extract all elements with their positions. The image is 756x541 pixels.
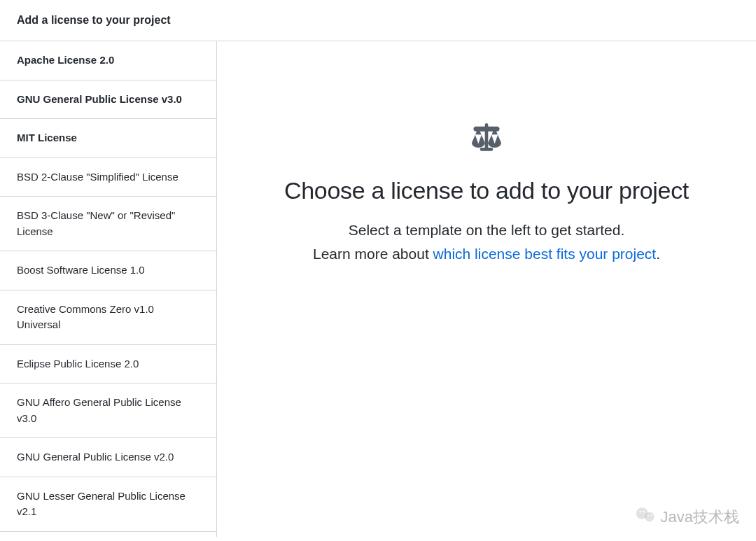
header: Add a license to your project	[0, 0, 756, 41]
sidebar-item-license[interactable]: BSD 2-Clause "Simplified" License	[0, 158, 216, 197]
content-wrapper: Apache License 2.0GNU General Public Lic…	[0, 41, 756, 537]
page-title: Add a license to your project	[17, 14, 739, 27]
sidebar-item-label: MIT License	[17, 132, 77, 143]
balance-scale-icon	[464, 118, 509, 160]
sidebar-item-label: Apache License 2.0	[17, 54, 114, 66]
subtext-line-1: Select a template on the left to get sta…	[313, 218, 660, 242]
sidebar-item-label: GNU General Public License v3.0	[17, 93, 182, 105]
sidebar-item-label: BSD 2-Clause "Simplified" License	[17, 171, 178, 183]
sidebar-item-license[interactable]: Apache License 2.0	[0, 41, 216, 80]
sidebar-item-label: BSD 3-Clause "New" or "Revised" License	[17, 209, 175, 237]
sidebar-item-license[interactable]: GNU Affero General Public License v3.0	[0, 384, 216, 438]
sidebar-item-license[interactable]: GNU General Public License v3.0	[0, 80, 216, 120]
learn-more-link[interactable]: which license best fits your project	[433, 246, 657, 262]
main-heading: Choose a license to add to your project	[284, 177, 689, 204]
license-sidebar: Apache License 2.0GNU General Public Lic…	[0, 41, 217, 537]
sidebar-item-license[interactable]: MIT License	[0, 119, 216, 158]
subtext-line-2: Learn more about which license best fits…	[313, 242, 660, 266]
sidebar-item-license[interactable]: Eclipse Public License 2.0	[0, 345, 216, 384]
subtext-suffix: .	[656, 246, 660, 262]
sidebar-item-license[interactable]: Boost Software License 1.0	[0, 251, 216, 290]
sidebar-item-license[interactable]: GNU General Public License v2.0	[0, 438, 216, 477]
sidebar-item-license[interactable]: Creative Commons Zero v1.0 Universal	[0, 290, 216, 345]
subtext-prefix: Learn more about	[313, 246, 433, 262]
sidebar-item-label: GNU Lesser General Public License v2.1	[17, 490, 186, 518]
sidebar-item-label: Eclipse Public License 2.0	[17, 358, 139, 370]
sidebar-item-label: GNU Affero General Public License v3.0	[17, 396, 181, 424]
sidebar-item-license[interactable]: Mozilla Public License 2.0	[0, 532, 216, 538]
main-subtext: Select a template on the left to get sta…	[313, 218, 660, 265]
sidebar-item-label: Creative Commons Zero v1.0 Universal	[17, 303, 154, 331]
sidebar-item-label: Boost Software License 1.0	[17, 264, 145, 276]
sidebar-item-license[interactable]: BSD 3-Clause "New" or "Revised" License	[0, 197, 216, 251]
main-panel: Choose a license to add to your project …	[217, 41, 756, 537]
sidebar-item-license[interactable]: GNU Lesser General Public License v2.1	[0, 477, 216, 532]
sidebar-item-label: GNU General Public License v2.0	[17, 451, 174, 463]
